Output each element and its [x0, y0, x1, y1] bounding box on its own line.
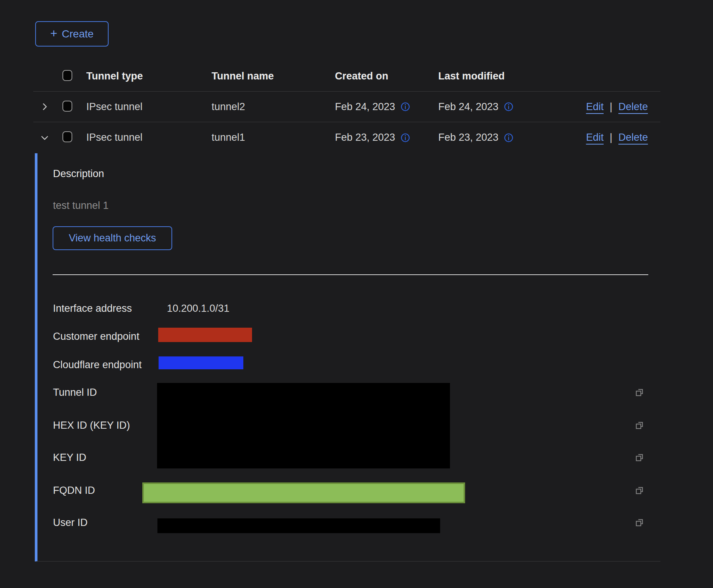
copy-icon [635, 421, 645, 431]
copy-fqdn-id-button[interactable] [635, 486, 645, 496]
column-header-tunnel-name: Tunnel name [207, 70, 330, 82]
info-icon[interactable] [504, 133, 514, 143]
tunnels-page: + Create Tunnel type Tunnel name Created… [0, 0, 713, 588]
tunnel-name-cell: tunnel1 [207, 132, 330, 143]
description-label: Description [53, 168, 104, 180]
user-id-label: User ID [53, 517, 88, 529]
chevron-right-icon [40, 102, 50, 112]
view-health-checks-button[interactable]: View health checks [53, 226, 172, 250]
fqdn-id-label: FQDN ID [53, 485, 95, 496]
copy-user-id-button[interactable] [635, 518, 645, 528]
separator: | [610, 132, 612, 143]
customer-endpoint-label: Customer endpoint [53, 331, 139, 342]
hex-id-label: HEX ID (KEY ID) [53, 420, 130, 431]
tunnel-type-cell: IPsec tunnel [81, 132, 207, 143]
copy-tunnel-id-button[interactable] [635, 388, 645, 398]
separator: | [610, 101, 612, 113]
interface-address-label: Interface address [53, 303, 132, 314]
copy-icon [635, 518, 645, 528]
table-header-row: Tunnel type Tunnel name Created on Last … [33, 61, 660, 92]
info-icon[interactable] [504, 102, 514, 112]
last-modified-cell: Feb 23, 2023 [438, 132, 498, 143]
column-header-created-on: Created on [330, 70, 433, 82]
cloudflare-endpoint-label: Cloudflare endpoint [53, 359, 142, 371]
interface-address-value: 10.200.1.0/31 [167, 303, 229, 314]
copy-icon [635, 453, 645, 463]
expanded-tunnel-panel: Description test tunnel 1 View health ch… [35, 153, 660, 562]
create-button[interactable]: + Create [35, 21, 109, 47]
edit-link[interactable]: Edit [586, 132, 604, 143]
table-row: IPsec tunnel tunnel1 Feb 23, 2023 Feb 23… [33, 122, 660, 153]
copy-icon [635, 388, 645, 398]
created-on-cell: Feb 24, 2023 [335, 101, 395, 113]
expand-row-button[interactable] [40, 102, 52, 112]
delete-link[interactable]: Delete [618, 101, 648, 113]
collapse-row-button[interactable] [40, 133, 52, 143]
info-icon[interactable] [400, 102, 410, 112]
section-divider [53, 274, 648, 275]
tunnel-name-cell: tunnel2 [207, 101, 330, 113]
column-header-tunnel-type: Tunnel type [81, 70, 207, 82]
customer-endpoint-redacted-value [158, 328, 252, 342]
copy-icon [635, 486, 645, 496]
tunnel-type-cell: IPsec tunnel [81, 101, 207, 113]
copy-key-id-button[interactable] [635, 453, 645, 463]
ids-redacted-value-block [157, 383, 450, 468]
tunnels-table: Tunnel type Tunnel name Created on Last … [33, 61, 660, 153]
select-all-checkbox[interactable] [62, 70, 72, 81]
row-checkbox[interactable] [62, 131, 72, 142]
create-button-label: Create [62, 28, 93, 40]
column-header-last-modified: Last modified [433, 70, 537, 82]
plus-icon: + [50, 27, 58, 39]
fqdn-id-redacted-value [142, 482, 465, 503]
cloudflare-endpoint-redacted-value [159, 356, 243, 369]
description-value: test tunnel 1 [53, 200, 109, 212]
tunnel-id-label: Tunnel ID [53, 387, 97, 398]
created-on-cell: Feb 23, 2023 [335, 132, 395, 143]
user-id-redacted-value [157, 518, 440, 533]
table-row: IPsec tunnel tunnel2 Feb 24, 2023 Feb 24… [33, 92, 660, 122]
delete-link[interactable]: Delete [618, 132, 648, 143]
info-icon[interactable] [400, 133, 410, 143]
last-modified-cell: Feb 24, 2023 [438, 101, 498, 113]
edit-link[interactable]: Edit [586, 101, 604, 113]
copy-hex-id-button[interactable] [635, 421, 645, 431]
key-id-label: KEY ID [53, 452, 86, 464]
chevron-down-icon [40, 133, 50, 143]
row-checkbox[interactable] [62, 101, 72, 112]
